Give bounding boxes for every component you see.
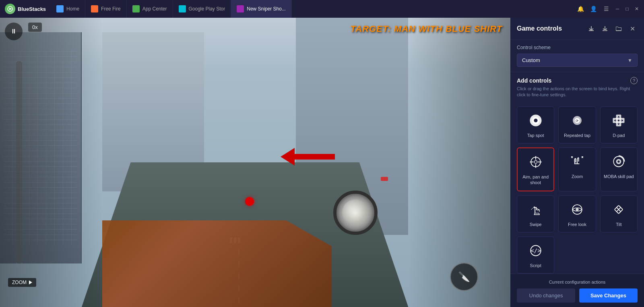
save-changes-button[interactable]: Save Changes — [579, 288, 638, 303]
maximize-button[interactable]: □ — [623, 5, 631, 13]
tab-freefire-icon — [91, 5, 98, 12]
main-content: ⏸ 0x TARGET: MAN WITH BLUE SHIRT — [0, 18, 644, 307]
app-name: BlueStacks — [18, 6, 46, 12]
add-controls-section: Add controls ? Click or drag the actions… — [510, 72, 644, 106]
logo-icon — [5, 4, 15, 14]
game-scene: ⏸ 0x TARGET: MAN WITH BLUE SHIRT — [0, 18, 510, 307]
footer-buttons: Undo changes Save Changes — [517, 288, 638, 303]
close-button[interactable]: ✕ — [633, 5, 641, 13]
control-moba-skill-pad[interactable]: MOBA skill pad — [600, 147, 638, 191]
tilt-label: Tilt — [616, 222, 621, 227]
svg-point-31 — [576, 208, 578, 211]
tab-googleplay-icon — [179, 5, 186, 12]
tap-spot-label: Tap spot — [527, 133, 544, 138]
titlebar: BlueStacks Home Free Fire App Center Goo… — [0, 0, 644, 18]
minimize-button[interactable]: ─ — [613, 5, 621, 13]
control-aim-pan-shoot[interactable]: Aim, pan and shoot — [517, 147, 554, 191]
scope-lens — [333, 191, 378, 235]
tilt-icon — [610, 201, 627, 218]
account-button[interactable]: 👤 — [588, 3, 599, 15]
config-actions-label: Current configuration actions — [517, 280, 638, 284]
svg-point-4 — [534, 118, 537, 122]
control-scheme-section: Control scheme Custom ▼ — [510, 40, 644, 72]
folder-button[interactable] — [613, 23, 624, 34]
tab-appcenter-label: App Center — [142, 6, 167, 12]
chevron-down-icon: ▼ — [627, 58, 632, 63]
tab-googleplay-label: Google Play Stor — [189, 6, 225, 12]
tap-spot-icon — [527, 112, 545, 129]
side-panel: Game controls ✕ Control scheme Custom ▼ — [510, 18, 644, 307]
panel-title: Game controls — [517, 25, 562, 32]
export-button[interactable] — [600, 23, 610, 34]
tab-home[interactable]: Home — [51, 0, 85, 18]
tab-bar: Home Free Fire App Center Google Play St… — [51, 0, 572, 18]
tab-googleplay[interactable]: Google Play Stor — [173, 0, 231, 18]
controls-grid: Tap spot ⟳ Repeated tap — [510, 106, 644, 274]
free-look-icon — [568, 201, 586, 218]
svg-point-28 — [618, 160, 620, 162]
panel-header: Game controls ✕ — [510, 18, 644, 40]
script-label: Script — [530, 263, 541, 268]
d-pad-icon — [610, 112, 627, 129]
control-repeated-tap[interactable]: ⟳ Repeated tap — [558, 106, 596, 143]
svg-text:</>: </> — [530, 247, 541, 254]
tab-sniper-icon — [237, 5, 244, 12]
d-pad-label: D-pad — [613, 133, 625, 138]
tab-freefire-label: Free Fire — [101, 6, 121, 12]
tab-sniper-label: New Sniper Sho... — [247, 6, 286, 12]
moba-skill-pad-icon — [610, 153, 627, 170]
panel-close-button[interactable]: ✕ — [627, 23, 638, 34]
undo-changes-button[interactable]: Undo changes — [517, 288, 575, 303]
panel-header-icons: ✕ — [586, 23, 638, 34]
script-icon: </> — [527, 242, 545, 259]
moba-skill-pad-label: MOBA skill pad — [604, 174, 634, 179]
knife-button[interactable]: 🔪 — [450, 263, 478, 291]
control-tap-spot[interactable]: Tap spot — [517, 106, 554, 143]
panel-footer: Current configuration actions Undo chang… — [510, 274, 644, 307]
control-free-look[interactable]: Free look — [558, 195, 596, 232]
pause-button[interactable]: ⏸ — [5, 23, 23, 40]
control-scheme-label: Control scheme — [517, 45, 638, 50]
scheme-value: Custom — [522, 57, 540, 63]
import-button[interactable] — [586, 23, 597, 34]
scheme-select[interactable]: Custom ▼ — [517, 54, 638, 67]
tab-appcenter-icon — [132, 5, 140, 12]
help-icon[interactable]: ? — [630, 77, 638, 84]
tab-home-label: Home — [66, 6, 79, 12]
game-viewport[interactable]: ⏸ 0x TARGET: MAN WITH BLUE SHIRT — [0, 18, 510, 307]
control-swipe[interactable]: Swipe — [517, 195, 554, 232]
titlebar-actions: 🔔 👤 ☰ ─ □ ✕ — [572, 3, 644, 15]
aim-pan-shoot-icon — [527, 153, 545, 171]
svg-text:⟳: ⟳ — [576, 118, 579, 122]
notification-button[interactable]: 🔔 — [575, 3, 586, 15]
control-script[interactable]: </> Script — [517, 236, 554, 274]
tab-appcenter[interactable]: App Center — [127, 0, 173, 18]
swipe-icon — [527, 201, 545, 218]
control-zoom[interactable]: Zoom — [558, 147, 596, 191]
menu-button[interactable]: ☰ — [601, 3, 612, 15]
tab-freefire[interactable]: Free Fire — [85, 0, 127, 18]
repeated-tap-icon: ⟳ — [568, 112, 586, 129]
control-d-pad[interactable]: D-pad — [600, 106, 638, 143]
add-controls-title: Add controls — [517, 77, 551, 84]
svg-point-17 — [534, 160, 537, 163]
svg-marker-1 — [9, 8, 12, 10]
zoom-ctrl-label: Zoom — [572, 174, 583, 179]
aim-pan-shoot-label: Aim, pan and shoot — [521, 174, 550, 186]
add-controls-description: Click or drag the actions on the screen … — [517, 86, 638, 98]
free-look-label: Free look — [568, 222, 586, 227]
tab-sniper[interactable]: New Sniper Sho... — [231, 0, 292, 18]
rifle-stock — [102, 220, 332, 307]
tab-home-icon — [56, 5, 64, 12]
control-tilt[interactable]: Tilt — [600, 195, 638, 232]
app-logo: BlueStacks — [0, 4, 51, 14]
add-controls-header: Add controls ? — [517, 77, 638, 84]
zoom-icon — [568, 153, 586, 170]
repeated-tap-label: Repeated tap — [564, 133, 590, 138]
swipe-label: Swipe — [530, 222, 542, 227]
